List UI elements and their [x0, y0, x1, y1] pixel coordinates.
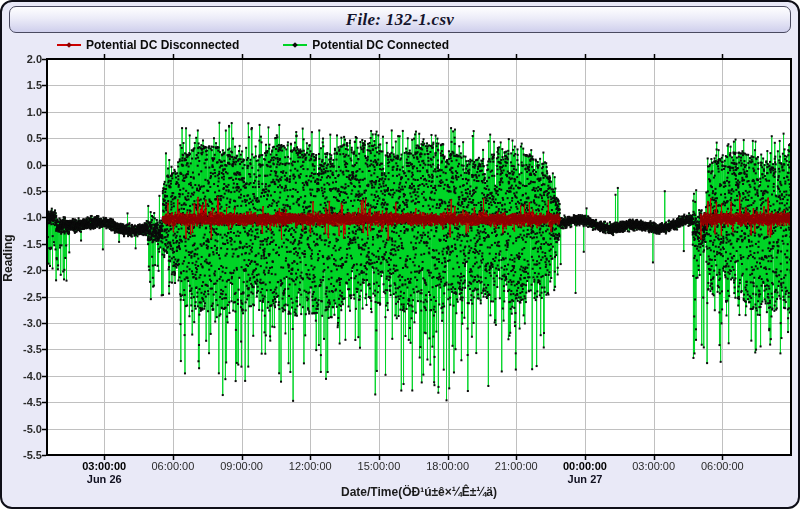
- y-tick-label: 1.5: [2, 79, 42, 91]
- y-tick-label: -4.0: [2, 370, 42, 382]
- chart-window: File: 132-1.csv Potential DC Disconnecte…: [0, 0, 800, 509]
- chart-legend: Potential DC Disconnected Potential DC C…: [57, 38, 449, 52]
- y-tick-label: -5.0: [2, 423, 42, 435]
- x-tick-label: 06:00:00: [682, 460, 762, 472]
- x-axis-title: Date/Time(ÖÐ¹ú±ê×¼Ê±¼ä): [219, 485, 619, 499]
- y-tick-label: -4.5: [2, 396, 42, 408]
- x-tick-date-label: Jun 26: [64, 473, 144, 485]
- y-tick-label: 0.0: [2, 159, 42, 171]
- title-bar: File: 132-1.csv: [9, 6, 791, 33]
- legend-label-connected: Potential DC Connected: [312, 38, 449, 52]
- window-title: File: 132-1.csv: [346, 10, 454, 30]
- y-tick-label: -0.5: [2, 185, 42, 197]
- y-tick-label: 0.5: [2, 132, 42, 144]
- x-tick-date-label: Jun 27: [545, 473, 625, 485]
- y-tick-label: -3.5: [2, 343, 42, 355]
- y-tick-label: -3.0: [2, 317, 42, 329]
- legend-item-connected[interactable]: Potential DC Connected: [283, 38, 449, 52]
- legend-label-disconnected: Potential DC Disconnected: [86, 38, 239, 52]
- y-tick-label: -5.5: [2, 449, 42, 461]
- y-tick-label: -2.5: [2, 291, 42, 303]
- y-tick-label: -1.0: [2, 211, 42, 223]
- plot-area[interactable]: [4, 34, 798, 498]
- red-line-marker-icon: [57, 44, 81, 46]
- y-tick-label: 2.0: [2, 53, 42, 65]
- y-tick-label: 1.0: [2, 106, 42, 118]
- legend-item-disconnected[interactable]: Potential DC Disconnected: [57, 38, 239, 52]
- green-line-marker-icon: [283, 44, 307, 46]
- y-axis-title: Reading: [1, 227, 15, 289]
